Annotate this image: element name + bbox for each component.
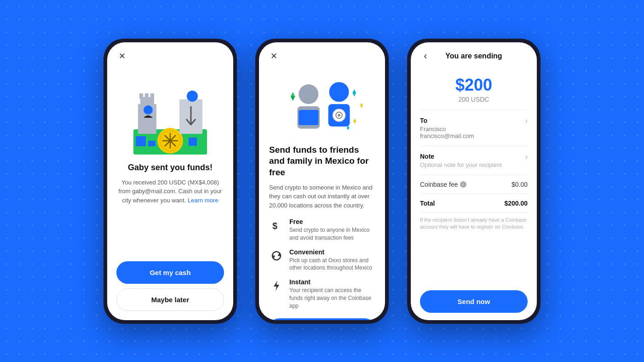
svg-rect-14: [145, 93, 149, 99]
note-chevron-icon: ›: [525, 153, 528, 161]
refresh-icon: [269, 248, 284, 263]
phone-1: ✕: [104, 39, 237, 324]
fee-info-icon: i: [460, 181, 466, 188]
note-label: Note: [420, 153, 502, 160]
amount-crypto: 200 USDC: [420, 96, 528, 103]
svg-point-27: [338, 114, 340, 116]
svg-rect-15: [150, 93, 154, 99]
phone2-buttons: Send crypto: [259, 310, 385, 320]
learn-more-link[interactable]: Learn more: [188, 197, 218, 204]
svg-point-23: [329, 82, 349, 102]
close-button-2[interactable]: ✕: [268, 51, 279, 62]
fee-row: Coinbase fee i $0.00: [420, 175, 528, 194]
svg-point-16: [144, 105, 153, 115]
phone1-description: You received 200 USDC (MX$4,008) from ga…: [116, 178, 224, 205]
svg-rect-2: [148, 141, 155, 146]
svg-rect-22: [299, 109, 318, 125]
phone3-amount: $200 200 USDC: [411, 66, 537, 110]
phone1-buttons: Get my cash Maybe later: [107, 252, 233, 320]
phone2-content: Send funds to friends and family in Mexi…: [259, 144, 385, 310]
recipient-name: Francisco: [420, 126, 474, 132]
phone3-rows: To Francisco francisco@mail.com › Note O…: [411, 110, 537, 283]
disclaimer-text: If the recipient doesn't already have a …: [420, 213, 528, 235]
phone1-content: Gaby sent you funds! You received 200 US…: [107, 163, 233, 252]
svg-marker-29: [274, 281, 279, 291]
get-my-cash-button[interactable]: Get my cash: [116, 261, 224, 284]
note-row[interactable]: Note Optional note for your recipient ›: [420, 146, 528, 175]
phone2-title: Send funds to friends and family in Mexi…: [269, 144, 375, 178]
close-button-1[interactable]: ✕: [116, 51, 127, 62]
phone2-subtitle: Send crypto to someone in Mexico and the…: [269, 183, 375, 210]
feature-convenient-desc: Pick up cash at Oxxo stores and other lo…: [289, 257, 375, 272]
amount-usd: $200: [420, 75, 528, 95]
feature-free-desc: Send crypto to anyone in Mexico and avoi…: [289, 226, 375, 242]
feature-instant-desc: Your recipient can access the funds righ…: [289, 287, 375, 310]
phone-2: ✕: [255, 39, 389, 324]
svg-point-20: [299, 84, 318, 104]
recipient-email: francisco@mail.com: [420, 132, 474, 139]
feature-free-title: Free: [289, 218, 375, 225]
svg-rect-1: [136, 136, 146, 146]
svg-rect-13: [139, 93, 143, 99]
phone1-title: Gaby sent you funds!: [116, 163, 224, 172]
total-row: Total $200.00: [420, 194, 528, 213]
phone-3: ‹ You are sending $200 200 USDC To Franc…: [407, 39, 540, 324]
total-label: Total: [420, 200, 435, 207]
to-row[interactable]: To Francisco francisco@mail.com ›: [420, 110, 528, 146]
svg-text:$: $: [272, 221, 277, 231]
note-placeholder: Optional note for your recipient: [420, 161, 502, 168]
fee-value: $0.00: [512, 181, 528, 188]
feature-list: $ Free Send crypto to anyone in Mexico a…: [269, 218, 375, 310]
feature-instant-title: Instant: [289, 278, 375, 286]
feature-convenient-title: Convenient: [289, 248, 375, 256]
bolt-icon: [269, 278, 284, 293]
svg-point-19: [187, 91, 198, 102]
svg-rect-3: [189, 138, 197, 146]
phone3-buttons: Send now: [411, 283, 537, 320]
to-label: To: [420, 117, 474, 124]
feature-convenient: Convenient Pick up cash at Oxxo stores a…: [269, 248, 375, 272]
back-button[interactable]: ‹: [420, 51, 431, 62]
total-value: $200.00: [504, 200, 528, 207]
to-chevron-icon: ›: [525, 117, 528, 125]
phones-container: ✕: [104, 39, 540, 324]
svg-point-10: [168, 139, 172, 143]
fee-label-text: Coinbase fee: [420, 181, 458, 188]
feature-free: $ Free Send crypto to anyone in Mexico a…: [269, 218, 375, 242]
phone2-illustration: [259, 66, 385, 144]
maybe-later-button[interactable]: Maybe later: [116, 288, 224, 311]
feature-instant: Instant Your recipient can access the fu…: [269, 278, 375, 310]
send-now-button[interactable]: Send now: [420, 290, 528, 313]
phone1-illustration: [107, 66, 233, 163]
phone3-header-title: You are sending: [431, 52, 517, 60]
dollar-icon: $: [269, 218, 284, 233]
send-crypto-button[interactable]: Send crypto: [268, 318, 376, 320]
